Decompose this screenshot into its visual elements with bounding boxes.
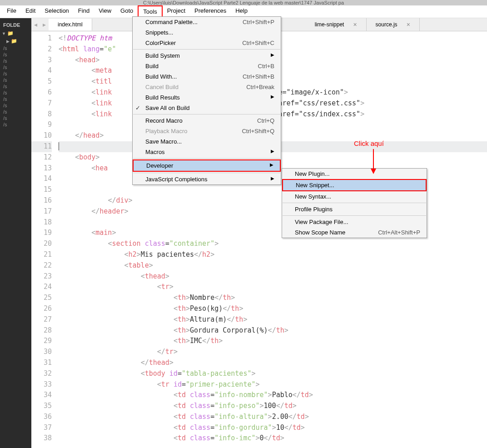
sidebar-file[interactable]: /s [0, 102, 31, 109]
sidebar-file[interactable]: /s [0, 83, 31, 90]
menu-item-build-system[interactable]: Build System▶ [133, 50, 281, 61]
sidebar-file[interactable]: /s [0, 96, 31, 102]
menu-item-playback-macro: Playback MacroCtrl+Shift+Q [133, 126, 281, 136]
menu-item-show-scope-name[interactable]: Show Scope NameCtrl+Alt+Shift+P [282, 227, 427, 238]
menu-edit[interactable]: Edit [21, 5, 40, 18]
menu-item-save-macro[interactable]: Save Macro... [133, 136, 281, 147]
tab-snippet[interactable]: lime-snippet× [306, 18, 367, 31]
folder-icon: 📁 [11, 38, 17, 44]
sidebar-title: FOLDE [0, 20, 31, 30]
menu-item-new-plugin[interactable]: New Plugin... [282, 169, 427, 179]
chevron-right-icon: ▶ [6, 39, 10, 44]
sidebar-file[interactable]: /s [0, 115, 31, 121]
tab-prev-icon[interactable]: ◂ [31, 21, 40, 28]
tab-source-js[interactable]: source.js× [367, 18, 420, 31]
menu-item-build[interactable]: BuildCtrl+B [133, 61, 281, 71]
tab-label: source.js [376, 21, 398, 28]
chevron-down-icon: ▼ [2, 31, 6, 36]
folder-icon: 📁 [7, 30, 14, 36]
line-gutter: 1234567891011121314151617181920212223242… [31, 31, 59, 448]
menu-item-command-palette[interactable]: Command Palette...Ctrl+Shift+P [133, 17, 281, 27]
menu-selection[interactable]: Selection [40, 5, 73, 18]
sidebar-file[interactable]: /s [0, 70, 31, 77]
sidebar-file[interactable]: /s [0, 45, 31, 51]
sidebar-file[interactable]: /s [0, 109, 31, 115]
tools-dropdown: Command Palette...Ctrl+Shift+PSnippets..… [132, 16, 281, 185]
menu-find[interactable]: Find [74, 5, 94, 18]
folder-root[interactable]: ▼📁 [0, 30, 31, 37]
menu-item-build-results[interactable]: Build Results▶ [133, 92, 281, 103]
sidebar-file[interactable]: /s [0, 121, 31, 128]
menu-item-save-all-on-build[interactable]: Save All on Build [133, 103, 281, 113]
tab-next-icon[interactable]: ▸ [40, 21, 49, 28]
annotation-label: Click aquí [354, 139, 384, 147]
menu-item-view-package-file[interactable]: View Package File... [282, 217, 427, 227]
menu-item-new-syntax[interactable]: New Syntax... [282, 191, 427, 202]
tab-label: lime-snippet [315, 21, 344, 28]
annotation-arrow-icon [369, 149, 383, 176]
titlebar: C:\Users\luis\Downloads\JavaScript Parte… [0, 0, 487, 5]
menu-item-build-with[interactable]: Build With...Ctrl+Shift+B [133, 71, 281, 82]
close-icon[interactable]: × [353, 21, 357, 28]
sidebar-file[interactable]: /s [0, 64, 31, 70]
menu-item-javascript-completions[interactable]: JavaScript Completions▶ [133, 174, 281, 184]
menu-help[interactable]: Help [231, 5, 252, 18]
folder-sub[interactable]: ▶📁 [0, 37, 31, 45]
svg-marker-1 [371, 169, 376, 174]
menu-goto[interactable]: Goto [116, 5, 138, 18]
sidebar-file[interactable]: /s [0, 51, 31, 58]
close-icon[interactable]: × [407, 21, 410, 28]
menu-item-snippets[interactable]: Snippets... [133, 27, 281, 38]
menu-item-cancel-build: Cancel BuildCtrl+Break [133, 82, 281, 92]
menu-project[interactable]: Project [163, 5, 190, 18]
sidebar-file[interactable]: /s [0, 58, 31, 64]
tab-index-html[interactable]: index.html [49, 19, 92, 30]
menu-item-new-snippet[interactable]: New Snippet... [282, 179, 427, 191]
developer-submenu: New Plugin...New Snippet...New Syntax...… [282, 168, 427, 238]
menu-item-macros[interactable]: Macros▶ [133, 147, 281, 157]
sidebar-file[interactable]: /s [0, 90, 31, 96]
menu-item-record-macro[interactable]: Record MacroCtrl+Q [133, 115, 281, 126]
menu-file[interactable]: File [2, 5, 21, 18]
menu-preferences[interactable]: Preferences [190, 5, 231, 18]
menu-item-profile-plugins[interactable]: Profile Plugins [282, 204, 427, 214]
menu-item-developer[interactable]: Developer▶ [133, 159, 281, 172]
menu-item-colorpicker[interactable]: ColorPickerCtrl+Shift+C [133, 38, 281, 48]
sidebar-file[interactable]: /s [0, 77, 31, 83]
menu-view[interactable]: View [94, 5, 116, 18]
tab-label: index.html [58, 21, 83, 28]
menu-tools[interactable]: Tools [138, 5, 162, 18]
sidebar: FOLDE ▼📁 ▶📁 /s/s/s/s/s/s/s/s/s/s/s/s/s [0, 18, 31, 448]
